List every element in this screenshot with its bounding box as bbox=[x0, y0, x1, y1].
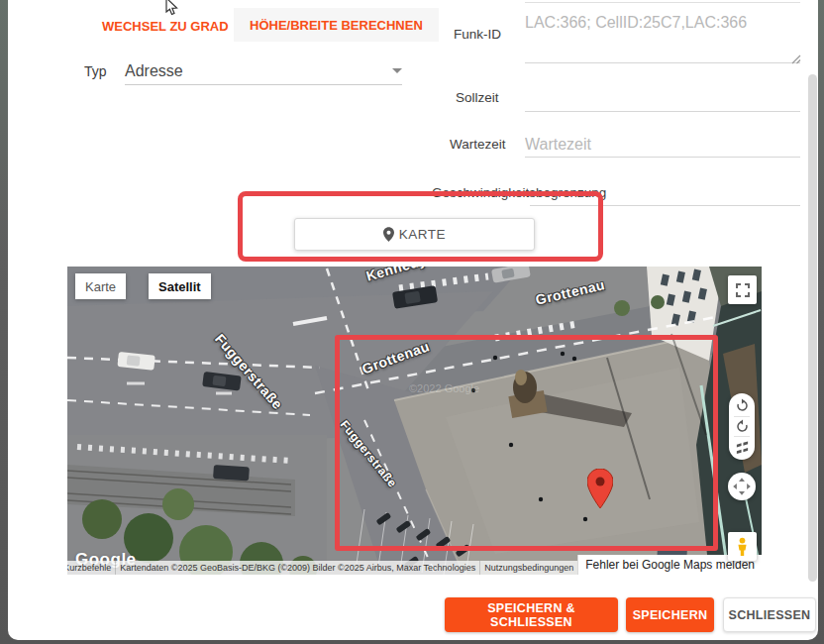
funk-id-textarea[interactable] bbox=[525, 14, 800, 63]
pan-control-button[interactable] bbox=[728, 473, 756, 500]
map-watermark: ©2022 Google bbox=[409, 382, 479, 394]
attribution-kurzbefehle[interactable]: Kurzbefehle bbox=[67, 561, 115, 575]
pegman-button[interactable] bbox=[728, 532, 757, 561]
attribution-kartendaten: Kartendaten ©2025 GeoBasis-DE/BKG (©2009… bbox=[115, 561, 479, 575]
google-map[interactable]: Kennedy-Pl. Grottenau Grottenau Fuggerst… bbox=[67, 267, 762, 575]
rotate-counterclockwise-icon[interactable] bbox=[735, 419, 750, 434]
pan-arrows-icon bbox=[729, 474, 755, 499]
karte-button-label: KARTE bbox=[399, 227, 446, 242]
wartezeit-label: Wartezeit bbox=[450, 137, 506, 152]
sollzeit-label: Sollzeit bbox=[456, 90, 499, 105]
rotate-clockwise-icon[interactable] bbox=[735, 398, 750, 413]
mouse-cursor-icon bbox=[164, 0, 179, 17]
fullscreen-icon bbox=[736, 283, 750, 297]
map-pin-icon bbox=[383, 227, 394, 242]
typ-label: Typ bbox=[84, 63, 107, 79]
tilt-45-icon[interactable] bbox=[735, 440, 750, 455]
pegman-icon bbox=[735, 537, 750, 557]
tab-wechsel-zu-grad[interactable]: WECHSEL ZU GRAD bbox=[102, 15, 229, 37]
fullscreen-button[interactable] bbox=[728, 275, 757, 304]
karte-button[interactable]: KARTE bbox=[294, 218, 535, 251]
resize-handle-icon[interactable] bbox=[791, 54, 801, 64]
divider bbox=[734, 436, 750, 437]
sollzeit-input[interactable] bbox=[525, 86, 800, 112]
divider bbox=[734, 416, 750, 417]
typ-select[interactable]: Adresse bbox=[125, 57, 402, 85]
wartezeit-input[interactable] bbox=[525, 132, 800, 158]
funk-id-label: Funk-ID bbox=[454, 27, 501, 42]
speichern-button[interactable]: SPEICHERN bbox=[626, 597, 714, 632]
typ-select-value: Adresse bbox=[125, 62, 183, 80]
dialog-scrollbar[interactable] bbox=[808, 74, 817, 582]
attribution-nutzungsbedingungen[interactable]: Nutzungsbedingungen bbox=[479, 561, 577, 575]
map-marker-icon[interactable] bbox=[587, 469, 613, 508]
screen: WECHSEL ZU GRAD HÖHE/BREITE BERECHNEN Ty… bbox=[0, 0, 824, 644]
schliessen-button[interactable]: SCHLIESSEN bbox=[723, 597, 816, 632]
map-attribution: Kurzbefehle Kartendaten ©2025 GeoBasis-D… bbox=[67, 555, 762, 575]
satellite-imagery bbox=[67, 267, 762, 575]
speichern-schliessen-button[interactable]: SPEICHERN & SCHLIESSEN bbox=[445, 597, 618, 632]
tab-hoehe-breite-berechnen[interactable]: HÖHE/BREITE BERECHNEN bbox=[234, 8, 439, 42]
map-type-satellit-button[interactable]: Satellit bbox=[149, 273, 211, 299]
geschwindigkeit-label: Geschwindigkeitsbegrenzung bbox=[432, 185, 606, 200]
edit-dialog: WECHSEL ZU GRAD HÖHE/BREITE BERECHNEN Ty… bbox=[8, 0, 818, 640]
rotate-tilt-controls[interactable] bbox=[729, 393, 755, 460]
chevron-down-icon bbox=[392, 68, 402, 73]
field-divider bbox=[525, 2, 800, 3]
map-type-karte-button[interactable]: Karte bbox=[75, 273, 126, 299]
